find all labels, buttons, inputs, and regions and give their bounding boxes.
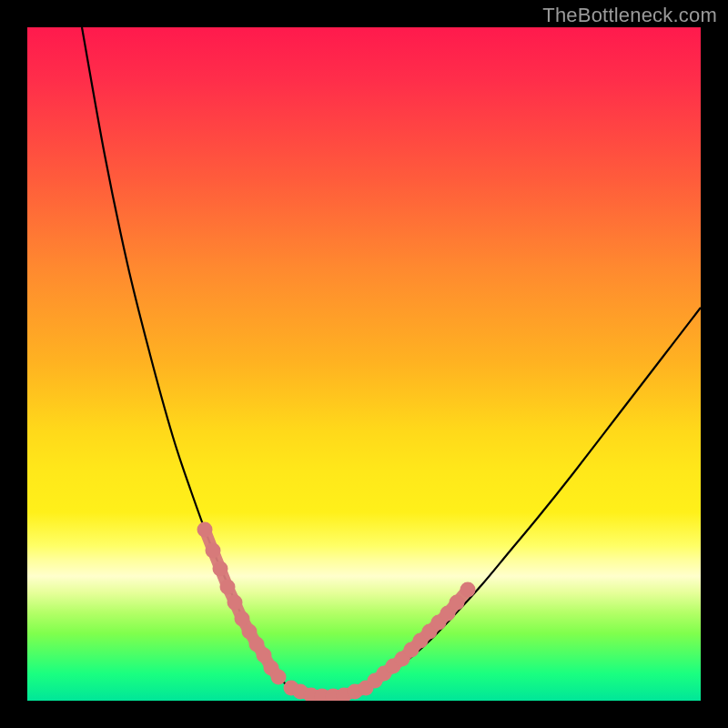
marker-dot: [220, 580, 236, 595]
marker-dot: [450, 595, 465, 611]
marker-dot: [197, 522, 213, 538]
plot-area: [27, 27, 701, 701]
chart-frame: TheBottleneck.com: [0, 0, 728, 728]
watermark-label: TheBottleneck.com: [542, 4, 717, 27]
marker-dot: [206, 543, 221, 559]
marker-dot: [228, 595, 243, 611]
marker-dot: [271, 670, 287, 685]
bottleneck-curve-svg: [27, 27, 701, 701]
highlight-markers: [197, 522, 476, 702]
marker-dot: [460, 582, 476, 598]
bottleneck-curve-path: [82, 27, 701, 697]
marker-dot: [213, 561, 228, 577]
